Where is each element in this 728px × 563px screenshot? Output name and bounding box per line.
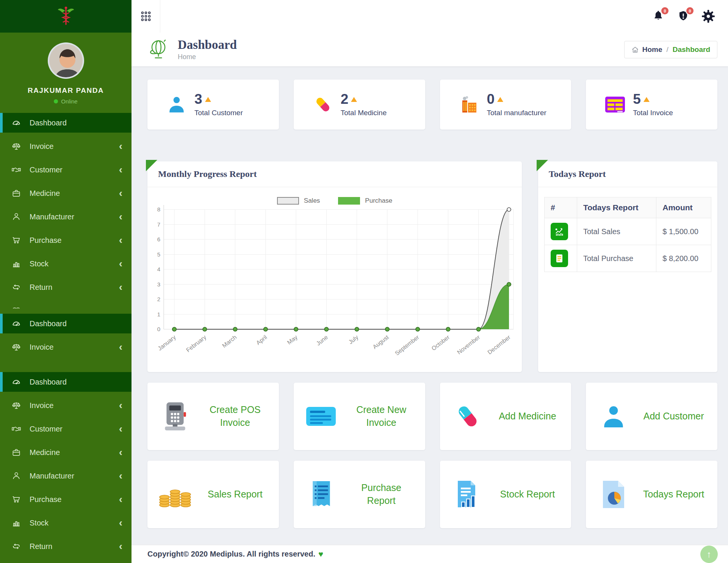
action-label: Add Customer bbox=[641, 410, 717, 423]
sidebar-item-invoice[interactable]: Invoice ‹ bbox=[0, 337, 132, 357]
action-label: Create New Invoice bbox=[349, 403, 425, 429]
svg-text:October: October bbox=[430, 334, 451, 352]
sidebar-item-invoice[interactable]: Invoice ‹ bbox=[0, 136, 132, 156]
trend-up-icon bbox=[643, 97, 650, 102]
manufacturer-person-icon bbox=[11, 212, 21, 222]
topbar-icons: 0 0 bbox=[651, 9, 728, 24]
table-row-total-sales: Total Sales $ 1,500.00 bbox=[545, 218, 711, 245]
stat-label: Total Invoice bbox=[633, 109, 673, 117]
chevron-left-icon: ‹ bbox=[119, 213, 122, 221]
sidebar-item-return[interactable]: Return ‹ bbox=[0, 277, 132, 297]
person-add-icon bbox=[601, 404, 626, 429]
svg-text:November: November bbox=[456, 334, 481, 355]
monthly-progress-chart: 012345678JanuaryFebruaryMarchAprilMayJun… bbox=[147, 187, 522, 372]
scroll-to-top-button[interactable]: ↑ bbox=[700, 546, 718, 563]
sidebar-item-stock[interactable]: Stock ‹ bbox=[0, 513, 132, 533]
chart-legend: Sales Purchase bbox=[147, 197, 522, 205]
stock-bars-icon bbox=[11, 259, 21, 269]
sidebar-item-label: Stock bbox=[30, 519, 49, 527]
stats-row: 3 Total Customer 2 Total Medicine bbox=[147, 80, 717, 130]
stock-bars-icon bbox=[11, 518, 21, 528]
column-header: Todays Report bbox=[577, 197, 656, 218]
sidebar-item-medicine[interactable]: Medicine ‹ bbox=[0, 443, 132, 462]
monthly-progress-chart-body: Sales Purchase 012345678JanuaryFebruaryM… bbox=[147, 187, 522, 372]
svg-text:4: 4 bbox=[157, 266, 160, 272]
user-status-label: Online bbox=[61, 98, 77, 105]
chevron-left-icon: ‹ bbox=[119, 402, 122, 409]
sidebar-item-manufacturer[interactable]: Manufacturer ‹ bbox=[0, 207, 132, 227]
svg-text:April: April bbox=[255, 334, 268, 346]
stat-value: 3 bbox=[194, 92, 202, 106]
stat-label: Total Medicine bbox=[341, 109, 387, 117]
sidebar-item-customer[interactable]: Customer ‹ bbox=[0, 160, 132, 180]
svg-text:February: February bbox=[185, 334, 208, 353]
dashboard-icon bbox=[11, 377, 21, 387]
svg-text:7: 7 bbox=[157, 221, 160, 228]
action-label: Stock Report bbox=[495, 488, 571, 501]
breadcrumb-home-link[interactable]: Home bbox=[631, 45, 662, 54]
stock-report-card[interactable]: Stock Report bbox=[440, 461, 571, 528]
stat-card-total-manufacturer: 0 Total manufacturer bbox=[440, 80, 571, 130]
chevron-left-icon: ‹ bbox=[119, 496, 122, 503]
sidebar-item-purchase[interactable]: Purchase ‹ bbox=[0, 489, 132, 509]
manufacturer-person-icon bbox=[11, 471, 21, 481]
online-dot-icon bbox=[54, 99, 58, 103]
sidebar-item-return[interactable]: Return ‹ bbox=[0, 536, 132, 556]
avatar bbox=[48, 42, 84, 79]
user-status: Online bbox=[0, 98, 132, 105]
alert-badge: 0 bbox=[686, 6, 694, 15]
chevron-left-icon: ‹ bbox=[119, 236, 122, 244]
sidebar-item-customer[interactable]: Customer ‹ bbox=[0, 419, 132, 439]
create-pos-invoice-card[interactable]: Create POS Invoice bbox=[147, 383, 279, 450]
sidebar-item-purchase[interactable]: Purchase ‹ bbox=[0, 230, 132, 250]
chevron-left-icon: ‹ bbox=[119, 189, 122, 197]
purchase-cart-icon bbox=[11, 494, 21, 504]
invoice-scales-icon bbox=[11, 400, 21, 410]
app-grid-button[interactable] bbox=[132, 0, 160, 33]
todays-report-table: # Todays Report Amount Total Sales bbox=[544, 197, 711, 272]
sales-report-card[interactable]: Sales Report bbox=[147, 461, 279, 528]
home-icon bbox=[631, 46, 639, 53]
copyright-text: Copyright© 2020 Mediplus. All rights res… bbox=[147, 550, 315, 558]
page-header: Dashboard Home Home / Dashboard bbox=[132, 33, 728, 66]
svg-text:December: December bbox=[486, 334, 512, 355]
todays-report-card[interactable]: Todays Report bbox=[586, 461, 717, 528]
sidebar-menu-3: Dashboard Invoice ‹ Customer ‹ Medicine … bbox=[0, 372, 132, 556]
sidebar-item-manufacturer[interactable]: Manufacturer ‹ bbox=[0, 466, 132, 486]
create-new-invoice-card[interactable]: Create New Invoice bbox=[294, 383, 425, 450]
clipped-icon bbox=[11, 301, 21, 308]
sidebar-item-dashboard[interactable]: Dashboard bbox=[0, 372, 132, 392]
sidebar-item-label: Invoice bbox=[30, 142, 53, 151]
alerts-button[interactable]: 0 bbox=[676, 9, 691, 24]
footer: Copyright© 2020 Mediplus. All rights res… bbox=[132, 545, 728, 563]
chevron-left-icon: ‹ bbox=[119, 449, 122, 456]
chevron-left-icon: ‹ bbox=[119, 472, 122, 480]
breadcrumb-current[interactable]: Dashboard bbox=[673, 45, 710, 54]
add-customer-card[interactable]: Add Customer bbox=[586, 383, 717, 450]
stat-card-total-invoice: 5 Total Invoice bbox=[586, 80, 717, 130]
report-row-name: Total Sales bbox=[577, 218, 656, 245]
add-medicine-card[interactable]: Add Medicine bbox=[440, 383, 571, 450]
sidebar-item-dashboard[interactable]: Dashboard bbox=[0, 314, 132, 333]
sidebar-item-dashboard[interactable]: Dashboard bbox=[0, 113, 132, 133]
svg-text:August: August bbox=[371, 334, 390, 350]
sidebar-item-stock[interactable]: Stock ‹ bbox=[0, 254, 132, 274]
svg-text:3: 3 bbox=[157, 281, 160, 288]
sidebar-item-label: Return bbox=[30, 283, 52, 292]
dashboard-icon bbox=[11, 319, 21, 328]
chevron-left-icon: ‹ bbox=[119, 283, 122, 291]
purchase-report-card[interactable]: Purchase Report bbox=[294, 461, 425, 528]
notifications-button[interactable]: 0 bbox=[651, 9, 666, 24]
svg-text:June: June bbox=[315, 334, 329, 347]
settings-button[interactable] bbox=[701, 9, 716, 24]
svg-text:1: 1 bbox=[157, 311, 160, 317]
user-name: RAJKUMAR PANDA bbox=[0, 86, 132, 95]
sidebar-item-medicine[interactable]: Medicine ‹ bbox=[0, 183, 132, 203]
sidebar-item-invoice[interactable]: Invoice ‹ bbox=[0, 396, 132, 415]
trend-up-icon bbox=[497, 97, 503, 102]
action-label: Add Medicine bbox=[495, 410, 571, 423]
svg-text:0: 0 bbox=[157, 326, 160, 332]
chevron-left-icon: ‹ bbox=[119, 142, 122, 150]
action-label: Create POS Invoice bbox=[203, 403, 279, 429]
page-title: Dashboard bbox=[178, 38, 237, 52]
